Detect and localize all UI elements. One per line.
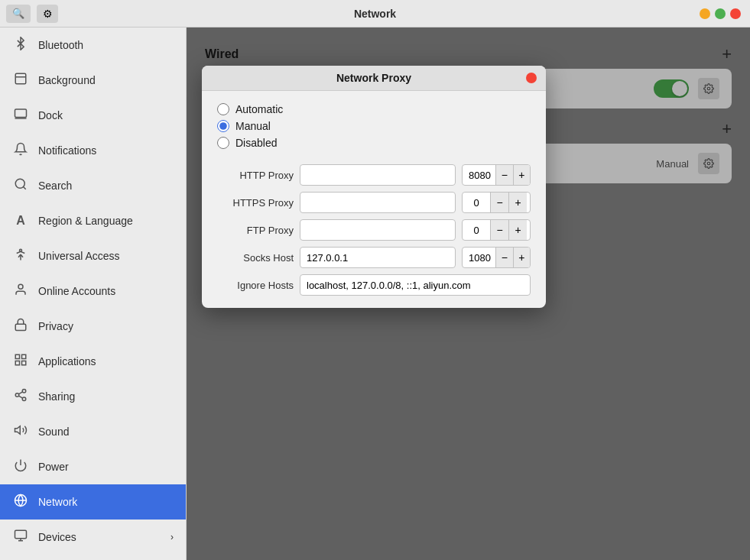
power-icon — [12, 458, 29, 476]
radio-manual[interactable]: Manual — [217, 120, 531, 132]
socks-host-port-decrement[interactable]: − — [495, 247, 512, 268]
window-controls — [700, 8, 741, 19]
radio-automatic-input[interactable] — [217, 103, 229, 115]
ftp-proxy-port-stepper: 0 − + — [462, 219, 531, 241]
sidebar-item-online-accounts[interactable]: Online Accounts — [0, 274, 186, 309]
sidebar-label-power: Power — [38, 461, 69, 473]
http-proxy-label: HTTP Proxy — [217, 170, 294, 181]
https-proxy-label: HTTPS Proxy — [217, 197, 294, 209]
sidebar-label-sharing: Sharing — [38, 390, 75, 403]
window-title: Network — [354, 8, 396, 20]
sidebar-label-online-accounts: Online Accounts — [38, 285, 115, 297]
gear-icon: ⚙ — [43, 8, 53, 20]
sidebar-label-devices: Devices — [38, 531, 76, 543]
svg-rect-11 — [22, 361, 26, 364]
svg-line-4 — [23, 186, 25, 189]
http-proxy-port-decrement[interactable]: − — [495, 164, 512, 186]
sidebar-item-privacy[interactable]: Privacy — [0, 309, 186, 344]
maximize-button[interactable] — [715, 8, 726, 19]
svg-point-12 — [22, 389, 26, 393]
http-proxy-input[interactable] — [300, 164, 456, 186]
socks-host-port-value: 1080 — [463, 252, 495, 264]
ignore-hosts-input[interactable] — [300, 274, 531, 296]
sidebar-item-sharing[interactable]: Sharing — [0, 379, 186, 414]
https-proxy-port-decrement[interactable]: − — [490, 192, 508, 213]
sidebar-item-region-language[interactable]: A Region & Language — [0, 203, 186, 238]
socks-host-input[interactable] — [300, 247, 456, 268]
bluetooth-icon — [12, 37, 29, 54]
http-proxy-port-increment[interactable]: + — [513, 164, 530, 186]
sidebar-label-universal-access: Universal Access — [38, 250, 120, 262]
dialog-overlay: Network Proxy Automatic Manual — [187, 28, 750, 560]
socks-host-port-stepper: 1080 − + — [462, 247, 531, 268]
sound-icon — [12, 423, 29, 441]
socks-host-port-increment[interactable]: + — [513, 247, 530, 268]
radio-disabled-label: Disabled — [235, 137, 277, 149]
search-sidebar-icon — [12, 177, 29, 195]
sidebar-item-dock[interactable]: Dock — [0, 98, 186, 133]
svg-rect-10 — [15, 361, 19, 364]
sidebar-label-sound: Sound — [38, 426, 69, 438]
radio-automatic-label: Automatic — [235, 103, 283, 115]
sidebar-item-universal-access[interactable]: Universal Access — [0, 238, 186, 274]
svg-line-15 — [18, 396, 22, 398]
sidebar-item-background[interactable]: Background — [0, 63, 186, 98]
radio-manual-input[interactable] — [217, 120, 229, 132]
network-icon — [12, 494, 29, 511]
background-icon — [12, 72, 29, 89]
sidebar-label-bluetooth: Bluetooth — [38, 39, 83, 51]
sidebar-item-search[interactable]: Search — [0, 168, 186, 203]
sidebar-item-devices[interactable]: Devices › — [0, 520, 186, 555]
sidebar-label-network: Network — [38, 496, 77, 508]
dialog-titlebar: Network Proxy — [202, 66, 546, 91]
dialog-title: Network Proxy — [222, 72, 526, 84]
ignore-hosts-label: Ignore Hosts — [217, 280, 294, 291]
sidebar-item-network[interactable]: Network — [0, 484, 186, 520]
network-proxy-dialog: Network Proxy Automatic Manual — [202, 66, 546, 308]
sidebar-item-power[interactable]: Power — [0, 449, 186, 484]
sidebar-label-dock: Dock — [38, 109, 63, 121]
proxy-fields-grid: HTTP Proxy 8080 − + HTTPS Proxy 0 − — [217, 164, 531, 268]
online-accounts-icon — [12, 283, 29, 300]
sharing-icon — [12, 388, 29, 406]
radio-automatic[interactable]: Automatic — [217, 103, 531, 115]
ftp-proxy-input[interactable] — [300, 219, 456, 241]
svg-rect-20 — [15, 530, 27, 539]
main-layout: Bluetooth Background Dock Notifications — [0, 28, 750, 560]
ftp-proxy-port-increment[interactable]: + — [508, 219, 527, 241]
ftp-proxy-port-decrement[interactable]: − — [490, 219, 508, 241]
search-icon: 🔍 — [12, 8, 24, 19]
sidebar-label-background: Background — [38, 74, 96, 86]
ftp-proxy-label: FTP Proxy — [217, 225, 294, 236]
dialog-body: Automatic Manual Disabled — [202, 91, 546, 308]
sidebar-item-details[interactable]: Details › — [0, 555, 186, 560]
sidebar-item-sound[interactable]: Sound — [0, 414, 186, 449]
search-box[interactable]: 🔍 — [6, 5, 31, 23]
https-proxy-input[interactable] — [300, 192, 456, 213]
sidebar-item-notifications[interactable]: Notifications — [0, 133, 186, 168]
titlebar: 🔍 ⚙ Network — [0, 0, 750, 28]
radio-manual-label: Manual — [235, 120, 271, 132]
privacy-icon — [12, 318, 29, 335]
dialog-close-button[interactable] — [526, 73, 537, 83]
applications-icon — [12, 353, 29, 371]
sidebar-label-search: Search — [38, 180, 72, 192]
sidebar-label-notifications: Notifications — [38, 144, 96, 157]
svg-point-6 — [18, 284, 23, 289]
close-button[interactable] — [730, 8, 741, 19]
sidebar-item-bluetooth[interactable]: Bluetooth — [0, 28, 186, 63]
gear-button[interactable]: ⚙ — [37, 5, 58, 23]
devices-chevron: › — [170, 532, 174, 542]
svg-rect-8 — [15, 354, 19, 358]
minimize-button[interactable] — [700, 8, 710, 19]
sidebar-label-privacy: Privacy — [38, 320, 73, 332]
content-area: Wired + Connected - 100 Mb/s VPN + Manua… — [187, 28, 750, 560]
svg-line-16 — [18, 391, 22, 393]
https-proxy-port-increment[interactable]: + — [508, 192, 527, 213]
radio-disabled[interactable]: Disabled — [217, 137, 531, 149]
radio-disabled-input[interactable] — [217, 137, 229, 149]
http-proxy-port-stepper: 8080 − + — [462, 164, 531, 186]
devices-icon — [12, 529, 29, 546]
svg-rect-1 — [15, 109, 27, 118]
sidebar-item-applications[interactable]: Applications — [0, 344, 186, 379]
